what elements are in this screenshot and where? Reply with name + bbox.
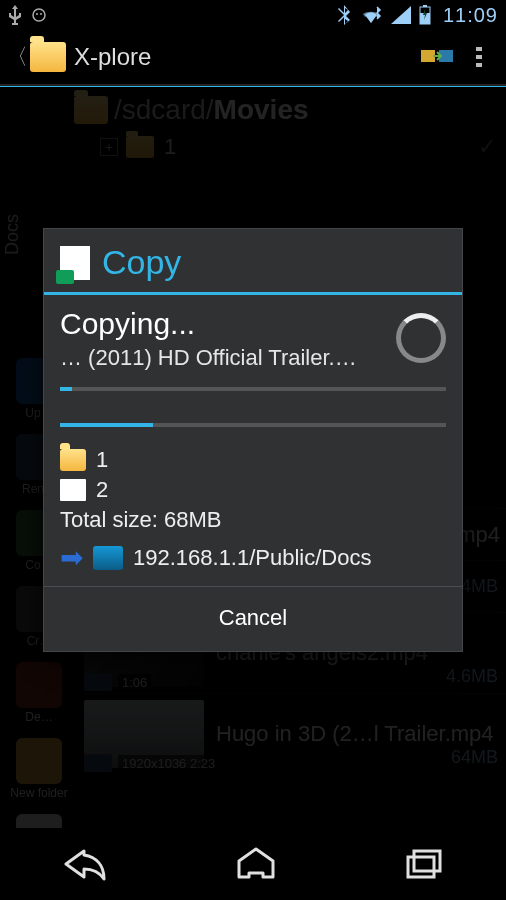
file-progress-bar: [60, 387, 446, 391]
total-progress-bar: [60, 423, 446, 427]
recent-apps-button[interactable]: [404, 847, 444, 881]
cancel-button[interactable]: Cancel: [44, 586, 462, 651]
app-title: X-plore: [74, 43, 151, 71]
signal-icon: [391, 6, 411, 24]
svg-point-2: [40, 13, 42, 15]
destination-row: ➡ 192.168.1.1/Public/Docs: [60, 541, 446, 574]
copy-status-heading: Copying...: [60, 307, 370, 341]
current-file-name: … (2011) HD Official Trailer.mp4: [60, 345, 370, 371]
usb-icon: [8, 5, 22, 25]
bluetooth-icon: [337, 5, 351, 25]
svg-rect-12: [408, 857, 434, 877]
back-button[interactable]: [62, 847, 108, 881]
back-icon[interactable]: 〈: [6, 42, 28, 72]
dialog-scrim: Copy Copying... … (2011) HD Official Tra…: [0, 88, 506, 828]
svg-point-1: [36, 13, 38, 15]
home-button[interactable]: [233, 847, 279, 881]
network-drive-icon: [93, 546, 123, 570]
folder-count: 1: [96, 447, 108, 473]
action-bar: 〈 X-plore: [0, 30, 506, 86]
clock: 11:09: [443, 4, 498, 27]
app-folder-icon[interactable]: [30, 42, 66, 72]
file-count: 2: [96, 477, 108, 503]
folder-count-row: 1: [60, 447, 446, 473]
status-bar: 11:09: [0, 0, 506, 30]
progress-spinner: [396, 313, 446, 363]
arrow-right-icon: ➡: [60, 541, 83, 574]
copy-dialog: Copy Copying... … (2011) HD Official Tra…: [43, 228, 463, 652]
svg-rect-6: [421, 50, 435, 62]
file-icon: [60, 479, 86, 501]
android-debug-icon: [30, 6, 48, 24]
svg-rect-10: [476, 63, 482, 67]
total-size: Total size: 68MB: [60, 507, 446, 533]
destination-path: 192.168.1.1/Public/Docs: [133, 545, 372, 571]
sync-panes-icon[interactable]: [416, 46, 458, 68]
svg-rect-4: [423, 5, 427, 7]
navigation-bar: [0, 828, 506, 900]
svg-rect-8: [476, 47, 482, 51]
folder-icon: [60, 449, 86, 471]
wifi-icon: [359, 5, 383, 25]
svg-point-0: [33, 9, 45, 21]
svg-rect-9: [476, 55, 482, 59]
svg-rect-11: [414, 851, 440, 871]
overflow-menu-icon[interactable]: [458, 45, 500, 69]
battery-charging-icon: [419, 5, 431, 25]
copy-icon: [60, 246, 90, 280]
dialog-title: Copy: [102, 243, 181, 282]
file-count-row: 2: [60, 477, 446, 503]
